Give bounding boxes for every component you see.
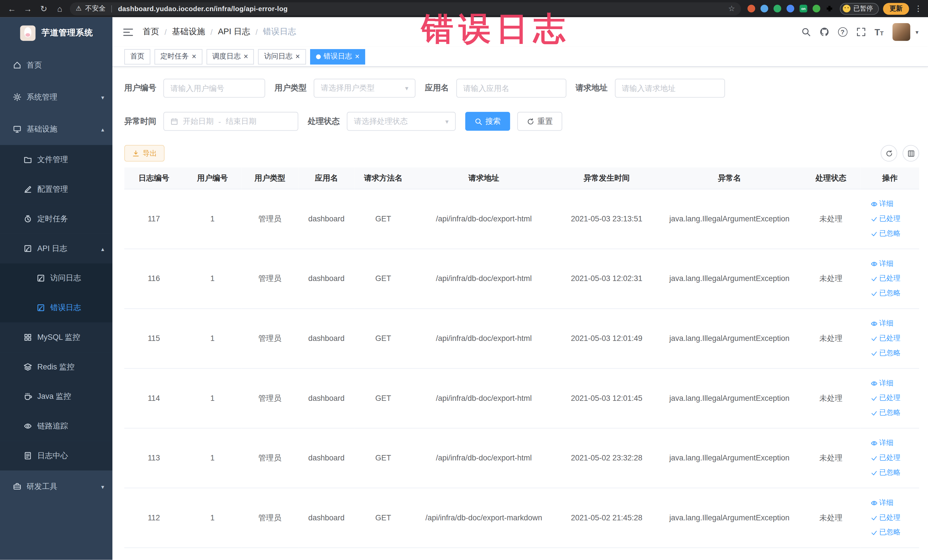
sidebar-item-home[interactable]: 首页	[0, 49, 112, 81]
action-detail-link[interactable]: 详细	[870, 495, 910, 510]
sidebar-item-mysql[interactable]: MySQL 监控	[0, 323, 112, 352]
reload-icon[interactable]: ↻	[38, 2, 50, 15]
ext-on-badge-icon[interactable]: on	[800, 5, 807, 12]
tab-job[interactable]: 定时任务×	[154, 49, 202, 64]
back-icon[interactable]: ←	[6, 2, 18, 15]
sidebar-item-api-log[interactable]: API 日志▴	[0, 233, 112, 263]
sidebar-item-infra[interactable]: 基础设施▴	[0, 113, 112, 145]
close-icon[interactable]: ×	[244, 53, 248, 61]
app-logo[interactable]: 芋道管理系统	[0, 17, 112, 49]
action-processed-link[interactable]: 已处理	[870, 450, 910, 465]
breadcrumb-home[interactable]: 首页	[143, 26, 159, 37]
tab-access-log[interactable]: 访问日志×	[258, 49, 306, 64]
action-detail-link[interactable]: 详细	[870, 436, 910, 450]
sidebar-item-java[interactable]: Java 监控	[0, 382, 112, 411]
help-icon[interactable]: ?	[838, 27, 847, 37]
action-processed-link[interactable]: 已处理	[870, 211, 910, 226]
update-button[interactable]: 更新	[883, 3, 909, 14]
sidebar-item-log-center[interactable]: 日志中心	[0, 441, 112, 471]
chevron-down-icon[interactable]: ▾	[916, 29, 918, 35]
column-settings-button[interactable]	[903, 145, 919, 162]
ext-blue-drop-icon[interactable]	[760, 5, 768, 12]
user-id-label: 用户编号	[124, 83, 156, 93]
sidebar-item-job[interactable]: 定时任务	[0, 204, 112, 234]
search-icon[interactable]	[801, 27, 810, 37]
forward-icon[interactable]: →	[22, 2, 34, 15]
github-icon[interactable]	[820, 27, 829, 37]
tab-job-log[interactable]: 调度日志×	[206, 49, 254, 64]
user-id-input[interactable]	[163, 79, 265, 98]
action-ignored-link[interactable]: 已忽略	[870, 346, 910, 360]
cell-method: GET	[355, 308, 412, 368]
action-ignored-link[interactable]: 已忽略	[870, 525, 910, 540]
cell-user_id: 1	[183, 488, 241, 548]
search-button[interactable]: 搜索	[465, 112, 510, 131]
action-ignored-link[interactable]: 已忽略	[870, 405, 910, 420]
action-detail-link[interactable]: 详细	[870, 316, 910, 331]
cell-actions: 详细已处理已忽略	[860, 249, 919, 308]
tab-error-log[interactable]: 错误日志×	[310, 49, 365, 64]
ext-blue-grid-icon[interactable]	[786, 5, 794, 12]
avatar[interactable]	[892, 23, 910, 41]
active-dot-icon	[316, 54, 321, 59]
address-bar[interactable]: ⚠ 不安全 dashboard.yudao.iocoder.cn/infra/l…	[70, 2, 741, 15]
action-ignored-link[interactable]: 已忽略	[870, 226, 910, 241]
cell-id: 113	[124, 428, 183, 488]
process-status-select[interactable]: 请选择处理状态 ▾	[347, 112, 456, 131]
collapse-sidebar-icon[interactable]	[123, 27, 133, 36]
ext-extensions-puzzle-icon[interactable]	[826, 5, 833, 12]
cell-exception: java.lang.IllegalArgumentException	[658, 308, 801, 368]
tab-home[interactable]: 首页	[124, 49, 150, 64]
sidebar-item-redis[interactable]: Redis 监控	[0, 352, 112, 382]
font-size-small: T	[880, 30, 884, 37]
date-range-picker[interactable]: 开始日期 - 结束日期	[163, 112, 298, 131]
action-detail-link[interactable]: 详细	[870, 376, 910, 391]
bookmark-star-icon[interactable]: ☆	[728, 4, 735, 13]
sidebar-item-access-log[interactable]: 访问日志	[0, 263, 112, 293]
close-icon[interactable]: ×	[192, 53, 196, 61]
paused-badge[interactable]: 已暂停	[840, 3, 879, 14]
action-processed-link[interactable]: 已处理	[870, 510, 910, 525]
sidebar-item-dev-tools[interactable]: 研发工具▾	[0, 470, 112, 502]
cell-url: /api/infra/db-doc/export-html	[412, 189, 556, 249]
close-icon[interactable]: ×	[296, 53, 300, 61]
cell-user_id: 1	[183, 249, 241, 308]
layers-icon	[24, 363, 32, 371]
action-processed-link[interactable]: 已处理	[870, 271, 910, 286]
reset-button[interactable]: 重置	[517, 112, 562, 131]
action-processed-link[interactable]: 已处理	[870, 391, 910, 405]
cell-app: dashboard	[298, 249, 355, 308]
ext-orange-circle-icon[interactable]	[748, 5, 755, 12]
action-label: 已忽略	[879, 346, 901, 360]
eye-icon	[870, 260, 878, 267]
cell-url: /api/infra/db-doc/export-html	[412, 368, 556, 428]
ext-green-circle-icon[interactable]	[774, 5, 781, 12]
request-url-input[interactable]	[615, 79, 725, 98]
row-actions: 详细已处理已忽略	[870, 197, 910, 241]
sidebar-item-system[interactable]: 系统管理▾	[0, 81, 112, 113]
browser-menu-icon[interactable]: ⋮	[914, 4, 922, 13]
action-detail-link[interactable]: 详细	[870, 197, 910, 211]
breadcrumb-infra[interactable]: 基础设施	[172, 26, 205, 37]
close-icon[interactable]: ×	[355, 53, 359, 61]
sidebar-item-error-log[interactable]: 错误日志	[0, 293, 112, 323]
browser-home-icon[interactable]: ⌂	[54, 2, 66, 15]
sidebar-item-trace[interactable]: 链路追踪	[0, 411, 112, 441]
sidebar-item-label: 链路追踪	[37, 421, 68, 431]
action-ignored-link[interactable]: 已忽略	[870, 465, 910, 480]
sidebar-item-file[interactable]: 文件管理	[0, 145, 112, 175]
font-size-icon[interactable]: T T	[875, 27, 884, 37]
refresh-table-button[interactable]	[881, 145, 897, 162]
action-ignored-link[interactable]: 已忽略	[870, 286, 910, 301]
sidebar-item-config[interactable]: 配置管理	[0, 175, 112, 204]
user-type-select[interactable]: 请选择用户类型 ▾	[314, 79, 416, 98]
breadcrumb-api-log[interactable]: API 日志	[218, 26, 250, 37]
fullscreen-icon[interactable]	[856, 27, 865, 37]
ext-green-leaf-icon[interactable]	[812, 5, 820, 12]
export-label: 导出	[143, 148, 157, 158]
action-processed-link[interactable]: 已处理	[870, 331, 910, 346]
app-name-label: 应用名	[425, 83, 449, 93]
export-button[interactable]: 导出	[124, 145, 165, 162]
action-detail-link[interactable]: 详细	[870, 256, 910, 271]
app-name-input[interactable]	[456, 79, 566, 98]
